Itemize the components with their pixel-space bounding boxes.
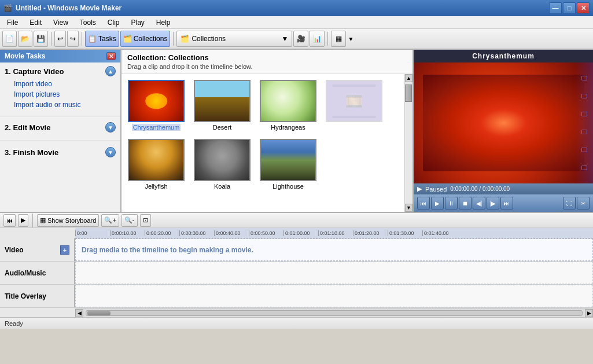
task-1-label: 1. Capture Video xyxy=(5,67,64,76)
scroll-track[interactable] xyxy=(405,82,412,204)
toolbar-icon-btn-1[interactable]: 🎥 xyxy=(293,31,308,47)
left-panel: Movie Tasks ✕ 1. Capture Video ▲ Import … xyxy=(0,50,121,212)
toolbar-separator-2 xyxy=(82,32,82,46)
save-button[interactable]: 💾 xyxy=(34,31,48,47)
media-thumb-jellyfish xyxy=(128,139,185,181)
title-track-body[interactable] xyxy=(75,285,593,307)
chrysanthemum-art xyxy=(129,81,183,121)
title-overlay-label: Title Overlay xyxy=(5,292,46,300)
track-row-title: Title Overlay xyxy=(0,285,593,308)
playback-controls: ⏮ ▶ ⏸ ⏹ ◀| |▶ ⏭ xyxy=(417,197,513,209)
menu-view[interactable]: View xyxy=(49,17,73,28)
frame-fwd-button[interactable]: |▶ xyxy=(487,197,499,209)
collections-dropdown[interactable]: 🗂️ Collections ▼ xyxy=(176,31,292,47)
dropdown-label: Collections xyxy=(191,35,279,43)
minimize-button[interactable]: — xyxy=(549,2,562,14)
task-3-toggle[interactable]: ▼ xyxy=(105,147,116,157)
preview-chrysanthemum-art xyxy=(414,62,593,183)
timeline-toolbar: ⏮ ▶ ▦ Show Storyboard 🔍+ 🔍- ⊡ xyxy=(0,212,593,228)
import-audio-link[interactable]: Import audio or music xyxy=(5,100,116,110)
fullscreen-button[interactable]: ⛶ xyxy=(563,197,576,209)
redo-button[interactable]: ↪ xyxy=(67,31,79,47)
preview-status: Paused xyxy=(425,186,447,193)
stop-button[interactable]: ⏹ xyxy=(459,197,472,209)
preview-extra-controls: ⛶ ✂ xyxy=(563,197,590,209)
koala-art xyxy=(195,140,249,180)
tasks-label: Tasks xyxy=(98,35,116,43)
collections-scroll-wrapper: Chrysanthemum Desert Hydrangeas xyxy=(121,74,412,212)
view-toggle[interactable]: ▦ xyxy=(331,31,346,47)
scroll-down-arrow[interactable]: ▼ xyxy=(405,204,412,212)
frame-back-button[interactable]: ◀| xyxy=(473,197,485,209)
h-scroll-thumb[interactable] xyxy=(87,311,111,315)
open-button[interactable]: 📂 xyxy=(18,31,32,47)
media-item-lighthouse[interactable]: Lighthouse xyxy=(259,139,317,190)
task-title-1: 1. Capture Video ▲ xyxy=(5,66,116,76)
preview-controls-bar: ▶ Paused 0:00:00.00 / 0:00:00.00 xyxy=(414,183,593,194)
menu-play[interactable]: Play xyxy=(127,17,149,28)
menu-bar: File Edit View Tools Clip Play Help xyxy=(0,16,593,29)
scroll-thumb[interactable] xyxy=(405,84,412,102)
undo-button[interactable]: ↩ xyxy=(54,31,66,47)
rewind-button[interactable]: ⏮ xyxy=(3,214,16,227)
task-1-toggle[interactable]: ▲ xyxy=(105,66,116,76)
task-3-label: 3. Finish Movie xyxy=(5,148,58,157)
media-item-koala[interactable]: Koala xyxy=(193,139,251,190)
video-label: Video xyxy=(5,246,23,254)
menu-file[interactable]: File xyxy=(2,17,23,28)
task-2-label: 2. Edit Movie xyxy=(5,123,50,132)
video-track-body[interactable]: Drag media to the timeline to begin maki… xyxy=(75,238,593,261)
collections-button[interactable]: 🗂️ Collections xyxy=(120,31,171,47)
scroll-left-arrow[interactable]: ◀ xyxy=(75,309,83,317)
task-2-toggle[interactable]: ▼ xyxy=(105,122,116,133)
status-bar: Ready xyxy=(0,317,593,329)
toolbar-icon-btn-2[interactable]: 📊 xyxy=(310,31,325,47)
zoom-out-button[interactable]: 🔍- xyxy=(121,214,138,227)
media-item-chrysanthemum[interactable]: Chrysanthemum xyxy=(127,80,185,131)
media-thumb-hydrangeas xyxy=(260,80,316,122)
main-layout: Movie Tasks ✕ 1. Capture Video ▲ Import … xyxy=(0,50,593,212)
new-button[interactable]: 📄 xyxy=(2,31,17,47)
zoom-fit-button[interactable]: ⊡ xyxy=(140,214,151,227)
media-item-jellyfish[interactable]: Jellyfish xyxy=(127,139,185,190)
scroll-right-arrow[interactable]: ▶ xyxy=(585,309,593,317)
skip-end-button[interactable]: ⏭ xyxy=(500,197,513,209)
media-thumb-desert xyxy=(194,80,251,122)
timeline-sep xyxy=(32,214,33,227)
movie-tasks-close[interactable]: ✕ xyxy=(106,52,116,60)
h-scroll-track[interactable] xyxy=(86,310,583,316)
show-storyboard-button[interactable]: ▦ Show Storyboard xyxy=(37,214,99,227)
scroll-up-arrow[interactable]: ▲ xyxy=(405,74,412,82)
split-button[interactable]: ✂ xyxy=(577,197,590,209)
close-button[interactable]: ✕ xyxy=(577,2,590,14)
pause-button[interactable]: ⏸ xyxy=(445,197,458,209)
media-item-hydrangeas[interactable]: Hydrangeas xyxy=(259,80,317,131)
play-button[interactable]: ▶ xyxy=(431,197,444,209)
import-pictures-link[interactable]: Import pictures xyxy=(5,89,116,100)
menu-edit[interactable]: Edit xyxy=(25,17,46,28)
media-item-desert[interactable]: Desert xyxy=(193,80,251,131)
audio-track-body[interactable] xyxy=(75,262,593,284)
tasks-button[interactable]: 📋 Tasks xyxy=(85,31,119,47)
collections-scrollbar[interactable]: ▲ ▼ xyxy=(404,74,412,212)
menu-clip[interactable]: Clip xyxy=(103,17,124,28)
media-thumb-chrysanthemum xyxy=(128,80,185,122)
ruler-tick-7: 0:01:10.00 xyxy=(318,230,353,236)
collections-grid: Chrysanthemum Desert Hydrangeas xyxy=(121,74,404,212)
view-dropdown-arrow[interactable]: ▼ xyxy=(348,36,353,42)
maximize-button[interactable]: □ xyxy=(563,2,576,14)
zoom-in-button[interactable]: 🔍+ xyxy=(101,214,119,227)
import-video-link[interactable]: Import video xyxy=(5,79,116,89)
collections-icon: 🗂️ xyxy=(123,35,132,43)
media-label-chrysanthemum: Chrysanthemum xyxy=(132,124,181,131)
title-bar: 🎬 Untitled - Windows Movie Maker — □ ✕ xyxy=(0,0,593,16)
menu-help[interactable]: Help xyxy=(152,17,175,28)
storyboard-icon: ▦ xyxy=(40,216,46,224)
video-add-button[interactable]: + xyxy=(60,245,69,255)
timeline-hint: Drag media to the timeline to begin maki… xyxy=(82,246,253,254)
ruler-tick-2: 0:00:20.00 xyxy=(145,230,179,236)
skip-start-button[interactable]: ⏮ xyxy=(417,197,430,209)
play-timeline-button[interactable]: ▶ xyxy=(18,214,28,227)
menu-tools[interactable]: Tools xyxy=(75,17,101,28)
media-label-hydrangeas: Hydrangeas xyxy=(271,124,305,131)
